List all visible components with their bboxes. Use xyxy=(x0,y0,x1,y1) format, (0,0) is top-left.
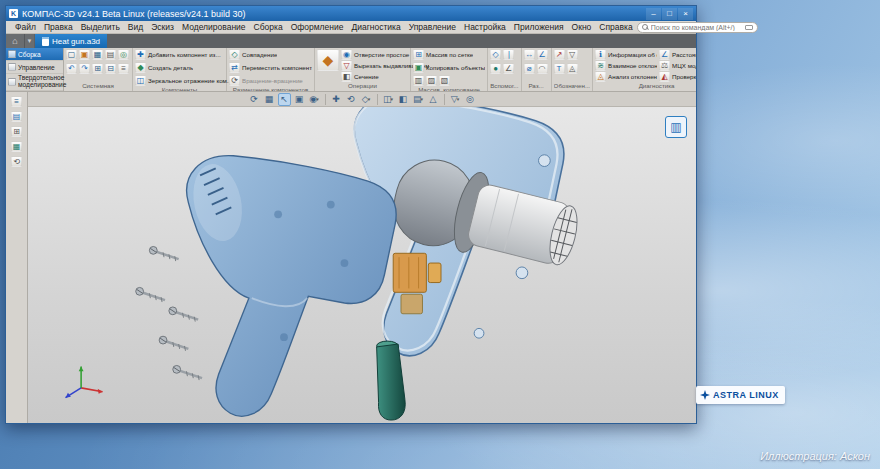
menu-file[interactable]: Файл xyxy=(11,22,40,32)
project-tree-icon[interactable]: ≡ xyxy=(11,96,22,107)
model-canvas[interactable]: ▥ xyxy=(28,107,696,423)
aux-point-icon[interactable]: ● xyxy=(490,63,501,74)
copy-icon[interactable]: ⊞ xyxy=(92,63,103,74)
datum-icon[interactable]: ▽ xyxy=(567,49,578,60)
save-icon[interactable]: ▦ xyxy=(92,49,103,60)
wallpaper-caption: Иллюстрация: Аскон xyxy=(760,450,870,462)
home-tab-button[interactable]: ⌂ xyxy=(6,34,24,48)
perspective-icon[interactable]: △ xyxy=(427,93,440,106)
menu-select[interactable]: Выделить xyxy=(77,22,124,32)
solid-modeling-icon xyxy=(8,78,16,86)
assembly-document-icon xyxy=(42,37,49,46)
parameters-icon[interactable]: ▤ xyxy=(11,111,22,122)
menu-management[interactable]: Управление xyxy=(405,22,460,32)
orientation-icon[interactable]: ◇▾ xyxy=(360,93,373,106)
zoom-icon[interactable]: ◉▾ xyxy=(308,93,321,106)
display-mode-icon[interactable]: ◫▾ xyxy=(382,93,395,106)
toolbar-separator xyxy=(325,94,326,105)
section-view-icon[interactable]: ◧ xyxy=(397,93,410,106)
minimize-button[interactable]: – xyxy=(646,8,661,20)
angular-dimension-icon[interactable]: ∠ xyxy=(537,49,548,60)
coincidence-button[interactable]: ◇ Совпадение xyxy=(229,49,277,60)
menu-view[interactable]: Вид xyxy=(124,22,147,32)
menu-diagnostics[interactable]: Диагностика xyxy=(347,22,404,32)
mutual-deviation-button[interactable]: ≋ Взаимное отклонение xyxy=(595,60,657,71)
maximize-button[interactable]: □ xyxy=(662,8,677,20)
open-document-icon[interactable]: ▣ xyxy=(79,49,90,60)
aux-csys-icon[interactable]: ∠ xyxy=(503,63,514,74)
panel-tab-management[interactable]: Управление xyxy=(6,61,63,74)
pan-icon[interactable]: ✚ xyxy=(330,93,343,106)
menu-settings[interactable]: Настройка xyxy=(460,22,510,32)
radius-dimension-icon[interactable]: ◠ xyxy=(537,63,548,74)
astra-linux-logo: ASTRA LINUX xyxy=(696,386,785,404)
ribbon-group-pattern-copy: ⊞ Массив по сетке ▣ Копировать объекты ▥… xyxy=(411,48,488,91)
show-all-icon[interactable]: ▦ xyxy=(263,93,276,106)
layers-icon[interactable]: ▦ xyxy=(11,141,22,152)
note-icon[interactable]: T xyxy=(554,63,565,74)
properties-icon[interactable]: ≡ xyxy=(118,63,129,74)
preview-icon[interactable]: ◎ xyxy=(118,49,129,60)
move-component-button[interactable]: ⇄ Переместить компонент xyxy=(229,62,312,73)
heat-gun-exploded-model xyxy=(28,107,696,423)
select-pointer-icon[interactable]: ↖ xyxy=(278,93,291,106)
structure-icon[interactable]: ⊞ xyxy=(11,126,22,137)
menu-layout[interactable]: Оформление xyxy=(287,22,348,32)
deviation-analysis-button[interactable]: ◬ Анализ отклонений xyxy=(595,71,657,82)
menu-assembly[interactable]: Сборка xyxy=(250,22,287,32)
aux-plane-icon[interactable]: ◇ xyxy=(490,49,501,60)
filter-icon[interactable]: ▽▾ xyxy=(449,93,462,106)
mirror-components-button[interactable]: ◫ Зеркальное отражение ком... xyxy=(135,75,232,86)
pattern-extra-icon-2[interactable]: ▨ xyxy=(426,75,437,86)
home-tab-caret-icon[interactable]: ▼ xyxy=(24,34,34,48)
menu-sketch[interactable]: Эскиз xyxy=(147,22,178,32)
interference-check-icon: ◭ xyxy=(659,71,670,82)
distance-angle-icon: ∠ xyxy=(659,49,670,60)
object-info-button[interactable]: ℹ Информация об объекте xyxy=(595,49,657,60)
undo-icon[interactable]: ↶ xyxy=(66,63,77,74)
orbit-icon[interactable]: ⟲ xyxy=(345,93,358,106)
refresh-view-icon[interactable]: ⟳ xyxy=(248,93,261,106)
hidden-lines-icon[interactable]: ▤▾ xyxy=(412,93,425,106)
menu-applications[interactable]: Приложения xyxy=(510,22,568,32)
panel-tab-assembly[interactable]: Сборка xyxy=(6,48,63,61)
extrude-icon[interactable]: ◆ xyxy=(317,49,339,71)
history-icon[interactable]: ⟲ xyxy=(11,156,22,167)
menu-modeling[interactable]: Моделирование xyxy=(178,22,250,32)
copy-objects-button[interactable]: ▣ Копировать объекты xyxy=(413,62,485,73)
distance-angle-button[interactable]: ∠ Расстояние и угол xyxy=(659,49,696,60)
menu-edit[interactable]: Правка xyxy=(40,22,77,32)
panel-tab-solid-modeling[interactable]: Твердотельное моделирование xyxy=(6,74,63,91)
linear-dimension-icon[interactable]: ↔ xyxy=(524,49,535,60)
ribbon-group-system: ▢ ▣ ▦ ▤ ◎ ↶ ↷ ⊞ ⊟ ≡ Системная xyxy=(64,48,133,91)
window-titlebar[interactable]: K КОМПАС-3D v24.1 Beta Linux (releases/v… xyxy=(6,6,696,21)
new-document-icon[interactable]: ▢ xyxy=(66,49,77,60)
symbol-icon[interactable]: ◬ xyxy=(567,63,578,74)
leader-icon[interactable]: ↗ xyxy=(554,49,565,60)
command-search[interactable] xyxy=(637,22,758,33)
tab-heat-gun[interactable]: Heat gun.a3d xyxy=(35,34,107,48)
rotation-rotation-button[interactable]: ⟳ Вращение-вращение xyxy=(229,75,303,86)
zoom-window-icon[interactable]: ▣ xyxy=(293,93,306,106)
interference-check-button[interactable]: ◭ Проверка пересечений xyxy=(659,71,696,82)
mass-properties-button[interactable]: ⚖ МЦХ модели xyxy=(659,60,696,71)
section-icon: ◧ xyxy=(341,71,352,82)
print-icon[interactable]: ▤ xyxy=(105,49,116,60)
pattern-extra-icon-3[interactable]: ▧ xyxy=(439,75,450,86)
diameter-dimension-icon[interactable]: ⌀ xyxy=(524,63,535,74)
aux-axis-icon[interactable]: ∣ xyxy=(503,49,514,60)
command-search-input[interactable] xyxy=(651,24,742,31)
menu-help[interactable]: Справка xyxy=(595,22,636,32)
redo-icon[interactable]: ↷ xyxy=(79,63,90,74)
pattern-extra-icon-1[interactable]: ▥ xyxy=(413,75,424,86)
grid-pattern-button[interactable]: ⊞ Массив по сетке xyxy=(413,49,473,60)
close-button[interactable]: × xyxy=(678,8,693,20)
create-part-button[interactable]: ◆ Создать деталь xyxy=(135,62,193,73)
add-component-button[interactable]: ✚ Добавить компонент из... xyxy=(135,49,221,60)
menu-window[interactable]: Окно xyxy=(568,22,596,32)
viewport: ⟳ ▦ ↖ ▣ ◉▾ ✚ ⟲ ◇▾ ◫▾ ◧ ▤▾ △ ▽▾ ◎ xyxy=(28,92,696,423)
visibility-icon[interactable]: ◎ xyxy=(464,93,477,106)
paste-icon[interactable]: ⊟ xyxy=(105,63,116,74)
side-panel-toggle-button[interactable]: ▥ xyxy=(665,116,687,138)
ribbon: ▢ ▣ ▦ ▤ ◎ ↶ ↷ ⊞ ⊟ ≡ Системная xyxy=(64,48,696,91)
